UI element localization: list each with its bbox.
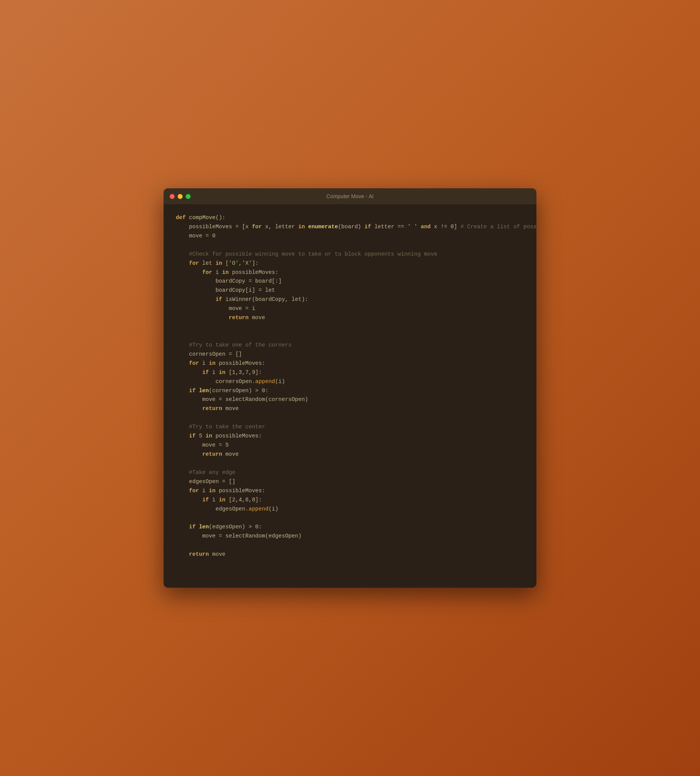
empty-line [176, 332, 524, 341]
code-line: #Try to take the center [176, 423, 524, 432]
code-line: cornersOpen.append(i) [176, 377, 524, 386]
code-line: return move [176, 313, 524, 323]
code-line: move = selectRandom(cornersOpen) [176, 395, 524, 405]
code-line: if len(edgesOpen) > 0: [176, 523, 524, 532]
code-line: if i in [2,4,6,8]: [176, 496, 524, 505]
code-line: move = selectRandom(edgesOpen) [176, 532, 524, 541]
code-editor: def compMove(): possibleMoves = [x for x… [163, 204, 537, 568]
code-line: boardCopy[i] = let [176, 286, 524, 295]
code-line: #Take any edge [176, 468, 524, 477]
empty-line [176, 541, 524, 550]
empty-line [176, 323, 524, 332]
code-line: return move [176, 450, 524, 459]
traffic-lights [170, 194, 191, 199]
code-line: move = i [176, 304, 524, 313]
minimize-button[interactable] [178, 194, 183, 199]
code-line: for i in possibleMoves: [176, 359, 524, 368]
code-line: edgesOpen.append(i) [176, 505, 524, 514]
code-window: Computer Move - AI def compMove(): possi… [163, 188, 537, 588]
code-line: def compMove(): [176, 213, 524, 223]
close-button[interactable] [170, 194, 175, 199]
code-line: boardCopy = board[:] [176, 277, 524, 286]
empty-line [176, 459, 524, 468]
code-line: return move [176, 550, 524, 559]
code-line: #Check for possible winning move to take… [176, 250, 524, 259]
code-line: return move [176, 405, 524, 413]
code-line: move = 0 [176, 231, 524, 241]
code-line: for i in possibleMoves: [176, 268, 524, 277]
empty-line [176, 241, 524, 250]
code-line: for i in possibleMoves: [176, 486, 524, 496]
code-line: #Try to take one of the corners [176, 341, 524, 350]
window-title: Computer Move - AI [327, 193, 374, 199]
code-line: cornersOpen = [] [176, 350, 524, 359]
empty-line [176, 413, 524, 423]
code-line: if len(cornersOpen) > 0: [176, 386, 524, 396]
code-line: move = 5 [176, 441, 524, 450]
code-line: if isWinner(boardCopy, let): [176, 295, 524, 304]
maximize-button[interactable] [186, 194, 191, 199]
code-line: if 5 in possibleMoves: [176, 432, 524, 441]
code-line: for let in ['O','X']: [176, 259, 524, 268]
titlebar: Computer Move - AI [163, 188, 537, 204]
code-line: if i in [1,3,7,9]: [176, 368, 524, 377]
empty-line [176, 513, 524, 523]
code-line: possibleMoves = [x for x, letter in enum… [176, 223, 524, 231]
code-line: edgesOpen = [] [176, 477, 524, 486]
